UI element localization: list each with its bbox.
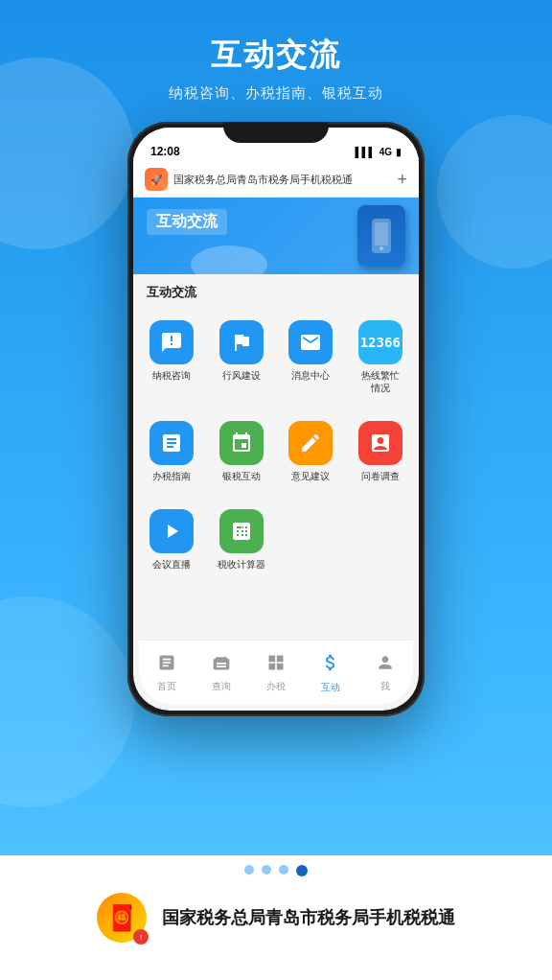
banner-phone-image xyxy=(357,205,405,267)
app-header-bar: 🚀 国家税务总局青岛市税务局手机税税通 + xyxy=(133,162,419,198)
me-icon xyxy=(376,653,395,677)
banner-cloud xyxy=(191,245,267,274)
add-button[interactable]: + xyxy=(397,170,407,190)
grid-item-live[interactable]: 会议直播 xyxy=(137,502,207,578)
phone-mockup: 12:08 ▌▌▌ 4G ▮ 🚀 国家税务总局青岛市税务局手机税税通 + 互动交… xyxy=(0,122,552,716)
grid-item-calculator[interactable]: 税收计算器 xyxy=(207,502,277,578)
svg-rect-1 xyxy=(375,222,388,245)
bottom-navigation: 首页 查询 办税 xyxy=(139,640,413,705)
grid-placeholder-2 xyxy=(346,502,416,578)
icon-grid-row3: 会议直播 税收计算器 xyxy=(133,496,419,584)
page-subtitle: 纳税咨询、办税指南、银税互动 xyxy=(0,84,552,103)
page-indicators xyxy=(0,865,552,876)
grid-item-suggestion[interactable]: 意见建议 xyxy=(276,413,346,490)
icon-grid-row1: 纳税咨询 行风建设 消息中心 xyxy=(133,307,419,408)
calculator-icon xyxy=(219,509,264,553)
hotline-icon: 12366 xyxy=(358,320,402,364)
suggestion-icon xyxy=(288,421,333,465)
suggestion-label: 意见建议 xyxy=(291,470,330,482)
dot-2 xyxy=(262,865,271,875)
tax-consult-label: 纳税咨询 xyxy=(152,369,191,382)
page-title: 互动交流 xyxy=(0,35,552,77)
page-header: 互动交流 纳税咨询、办税指南、银税互动 xyxy=(0,0,552,122)
bottom-app-title: 国家税务总局青岛市税务局手机税税通 xyxy=(162,906,455,929)
query-icon xyxy=(212,653,231,677)
survey-icon xyxy=(358,421,402,465)
app-header-title: 国家税务总局青岛市税务局手机税税通 xyxy=(173,173,391,187)
message-label: 消息中心 xyxy=(291,369,330,382)
battery-icon: ▮ xyxy=(396,147,402,157)
nav-query[interactable]: 查询 xyxy=(194,653,248,693)
live-icon xyxy=(150,509,194,553)
banner-label: 互动交流 xyxy=(147,209,227,235)
banner: 互动交流 xyxy=(133,198,419,274)
hotline-label: 热线繁忙情况 xyxy=(361,369,400,394)
nav-interact-label: 互动 xyxy=(321,681,340,694)
grid-placeholder-1 xyxy=(276,502,346,578)
logo-badge: ! xyxy=(133,929,149,945)
grid-item-conduct[interactable]: 行风建设 xyxy=(207,313,277,402)
grid-item-message[interactable]: 消息中心 xyxy=(276,313,346,402)
bank-tax-label: 银税互动 xyxy=(222,470,261,482)
phone-frame: 12:08 ▌▌▌ 4G ▮ 🚀 国家税务总局青岛市税务局手机税税通 + 互动交… xyxy=(127,122,425,716)
message-icon xyxy=(288,320,333,364)
dot-1 xyxy=(244,865,254,875)
status-icons: ▌▌▌ 4G ▮ xyxy=(355,147,402,157)
home-icon xyxy=(157,653,176,677)
grid-item-bank-tax[interactable]: 银税互动 xyxy=(207,413,277,490)
nav-query-label: 查询 xyxy=(212,680,231,693)
survey-label: 问卷调查 xyxy=(361,470,400,482)
signal-icon: ▌▌▌ xyxy=(355,147,375,157)
tax-guide-icon xyxy=(150,421,194,465)
grid-item-survey[interactable]: 问卷调查 xyxy=(346,413,416,490)
tax-consult-icon xyxy=(150,320,194,364)
grid-item-tax-guide[interactable]: 办税指南 xyxy=(137,413,207,490)
bottom-logo: 🧧 ! xyxy=(97,893,147,943)
network-type: 4G xyxy=(380,147,392,157)
logo-emoji: 🧧 xyxy=(106,903,137,933)
grid-item-hotline[interactable]: 12366 热线繁忙情况 xyxy=(346,313,416,402)
nav-me[interactable]: 我 xyxy=(358,653,413,693)
status-time: 12:08 xyxy=(150,145,180,158)
conduct-label: 行风建设 xyxy=(222,369,261,382)
nav-home-label: 首页 xyxy=(157,680,176,693)
dot-4-active xyxy=(296,865,308,876)
icon-grid-row2: 办税指南 银税互动 意见建议 xyxy=(133,408,419,496)
live-label: 会议直播 xyxy=(152,558,191,571)
phone-screen: 12:08 ▌▌▌ 4G ▮ 🚀 国家税务总局青岛市税务局手机税税通 + 互动交… xyxy=(133,128,419,711)
nav-interact[interactable]: 互动 xyxy=(304,652,358,694)
tax-icon xyxy=(266,653,286,677)
tax-guide-label: 办税指南 xyxy=(152,470,191,482)
interact-icon xyxy=(320,652,341,678)
nav-me-label: 我 xyxy=(380,680,390,693)
section-title: 互动交流 xyxy=(133,274,419,307)
phone-notch xyxy=(223,122,329,143)
nav-home[interactable]: 首页 xyxy=(139,653,194,693)
grid-item-tax-consult[interactable]: 纳税咨询 xyxy=(137,313,207,402)
svg-point-2 xyxy=(380,246,383,250)
calculator-label: 税收计算器 xyxy=(218,558,265,571)
bank-tax-icon xyxy=(219,421,264,465)
nav-tax[interactable]: 办税 xyxy=(248,653,303,693)
conduct-icon xyxy=(219,320,264,364)
nav-tax-label: 办税 xyxy=(266,680,286,693)
app-icon: 🚀 xyxy=(145,168,168,191)
dot-3 xyxy=(279,865,288,875)
